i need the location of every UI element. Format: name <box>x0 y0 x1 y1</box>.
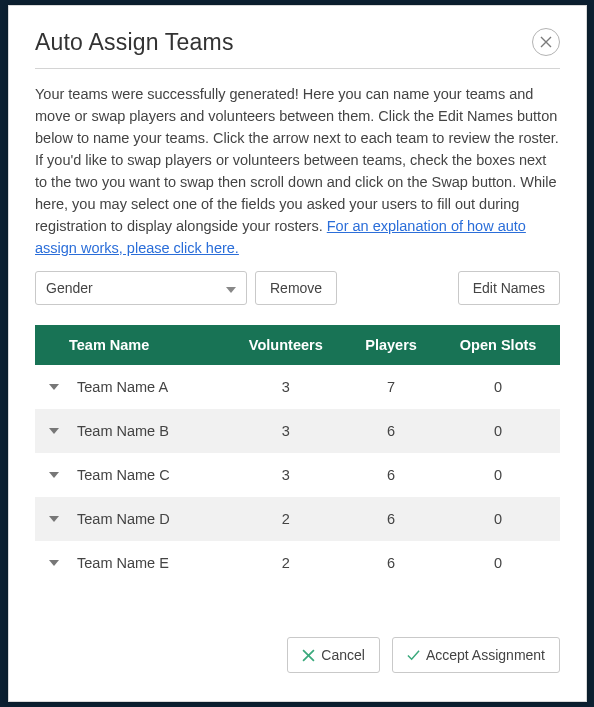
table-row: Team Name A 3 7 0 <box>35 365 560 409</box>
team-name: Team Name E <box>77 555 169 571</box>
dialog-header: Auto Assign Teams <box>9 6 586 68</box>
cell-volunteers: 2 <box>226 497 346 541</box>
accept-label: Accept Assignment <box>426 647 545 663</box>
x-icon <box>302 649 315 662</box>
col-players: Players <box>346 325 436 365</box>
edit-names-label: Edit Names <box>473 280 545 296</box>
cell-players: 6 <box>346 497 436 541</box>
table-header-row: Team Name Volunteers Players Open Slots <box>35 325 560 365</box>
expand-toggle[interactable] <box>49 472 59 478</box>
cell-open-slots: 0 <box>436 365 560 409</box>
description-text: Your teams were successfully generated! … <box>35 86 559 234</box>
cancel-label: Cancel <box>321 647 365 663</box>
cell-open-slots: 0 <box>436 453 560 497</box>
team-name: Team Name A <box>77 379 168 395</box>
cell-open-slots: 0 <box>436 409 560 453</box>
table-row: Team Name B 3 6 0 <box>35 409 560 453</box>
edit-names-button[interactable]: Edit Names <box>458 271 560 305</box>
expand-toggle[interactable] <box>49 428 59 434</box>
controls-row: Gender Remove Edit Names <box>9 259 586 305</box>
expand-toggle[interactable] <box>49 560 59 566</box>
table-body: Team Name A 3 7 0 Team Name B 3 6 0 Team… <box>35 365 560 585</box>
cell-open-slots: 0 <box>436 541 560 585</box>
remove-label: Remove <box>270 280 322 296</box>
dialog-footer: Cancel Accept Assignment <box>287 637 560 673</box>
filter-select-value: Gender <box>46 280 93 296</box>
table-row: Team Name C 3 6 0 <box>35 453 560 497</box>
close-button[interactable] <box>532 28 560 56</box>
remove-button[interactable]: Remove <box>255 271 337 305</box>
dialog-description: Your teams were successfully generated! … <box>9 83 586 259</box>
expand-toggle[interactable] <box>49 384 59 390</box>
cell-players: 7 <box>346 365 436 409</box>
expand-toggle[interactable] <box>49 516 59 522</box>
cell-open-slots: 0 <box>436 497 560 541</box>
cell-volunteers: 2 <box>226 541 346 585</box>
col-volunteers: Volunteers <box>226 325 346 365</box>
chevron-down-icon <box>226 280 236 296</box>
cell-volunteers: 3 <box>226 409 346 453</box>
col-team: Team Name <box>35 325 226 365</box>
col-open-slots: Open Slots <box>436 325 560 365</box>
check-icon <box>407 649 420 662</box>
dialog: Auto Assign Teams Your teams were succes… <box>8 5 587 702</box>
cell-players: 6 <box>346 453 436 497</box>
dialog-title: Auto Assign Teams <box>35 29 234 56</box>
filter-select[interactable]: Gender <box>35 271 247 305</box>
table-row: Team Name E 2 6 0 <box>35 541 560 585</box>
cancel-button[interactable]: Cancel <box>287 637 380 673</box>
team-name: Team Name B <box>77 423 169 439</box>
table-row: Team Name D 2 6 0 <box>35 497 560 541</box>
cell-volunteers: 3 <box>226 453 346 497</box>
team-name: Team Name C <box>77 467 170 483</box>
cell-players: 6 <box>346 409 436 453</box>
divider <box>35 68 560 69</box>
close-icon <box>540 36 552 48</box>
teams-table: Team Name Volunteers Players Open Slots … <box>35 325 560 585</box>
accept-button[interactable]: Accept Assignment <box>392 637 560 673</box>
cell-volunteers: 3 <box>226 365 346 409</box>
team-name: Team Name D <box>77 511 170 527</box>
cell-players: 6 <box>346 541 436 585</box>
